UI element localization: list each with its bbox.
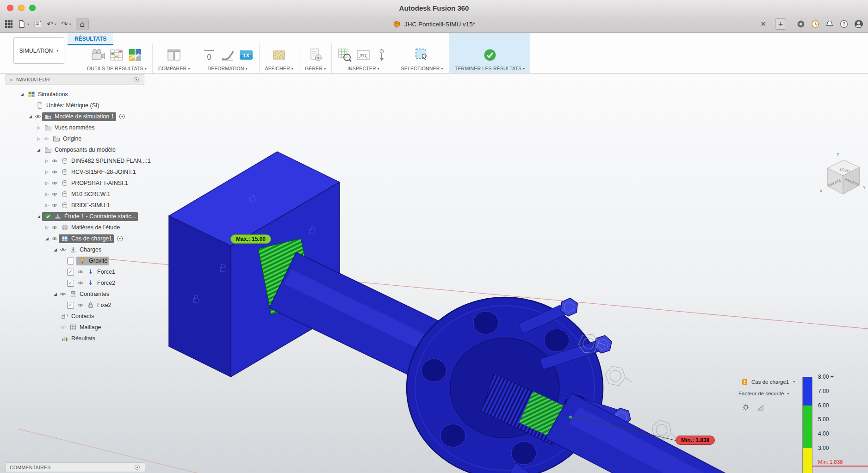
visibility-eye-icon[interactable] (50, 224, 59, 232)
ribbon-group-label[interactable]: OUTILS DE RÉSULTATS▾ (87, 66, 147, 71)
expand-arrow-icon[interactable]: ▷ (43, 159, 50, 163)
tree-item-charges[interactable]: ◢Charges (6, 244, 164, 255)
expand-arrow-icon[interactable]: ▷ (43, 181, 50, 185)
minimize-window-button[interactable] (18, 5, 25, 11)
tree-item-contacts[interactable]: Contacts (6, 311, 164, 322)
tree-item-mati-res-de-l-tude[interactable]: ▷Matières de l'étude (6, 222, 164, 233)
collapse-arrow-icon[interactable]: ◢ (35, 214, 42, 219)
ribbon-group-label[interactable]: DÉFORMATION▾ (207, 66, 247, 71)
panel-options-icon[interactable] (132, 76, 140, 84)
checkbox[interactable] (67, 258, 74, 264)
notifications-icon[interactable] (825, 20, 834, 28)
visibility-eye-icon[interactable] (50, 157, 59, 165)
panel-options-icon[interactable] (133, 463, 141, 471)
tree-item-tude-1-contrainte-static[interactable]: ◢Étude 1 - Contrainte static... (6, 211, 164, 222)
scale-1x-icon[interactable]: 1X (239, 48, 254, 62)
ribbon-group-d-formation[interactable]: 01X DÉFORMATION▾ (196, 43, 260, 73)
checkbox[interactable]: ✓ (67, 280, 74, 287)
extensions-icon[interactable] (797, 20, 805, 28)
ribbon-group-g-rer[interactable]: GÉRER▾ (299, 43, 332, 73)
visibility-eye-off-icon[interactable] (42, 135, 50, 143)
inspect-icon[interactable] (337, 48, 352, 62)
measure-xyz-icon[interactable]: xyz (356, 48, 371, 62)
visibility-eye-off-icon[interactable] (59, 324, 67, 332)
visibility-eye-icon[interactable] (50, 179, 59, 187)
legend-settings-gear-icon[interactable] (742, 404, 750, 412)
view-cube[interactable]: Z HAUT DROITE ARRIÈRE X Y (818, 151, 868, 201)
select-icon[interactable] (415, 48, 429, 62)
ribbon-group-label[interactable]: COMPARER▾ (158, 66, 190, 71)
save-icon[interactable] (34, 20, 42, 28)
tree-item-maillage[interactable]: Maillage (6, 322, 164, 333)
animation-icon[interactable] (91, 48, 105, 62)
apps-grid-icon[interactable] (5, 20, 13, 28)
display-icon[interactable] (272, 48, 286, 62)
ribbon-group-terminer-les-r-sultats[interactable]: TERMINER LES RÉSULTATS▾ (449, 32, 531, 73)
collapse-panel-icon[interactable]: « (10, 77, 13, 83)
tree-item-force1[interactable]: ✓Force1 (6, 266, 164, 277)
collapse-arrow-icon[interactable]: ◢ (52, 292, 59, 296)
visibility-eye-icon[interactable] (34, 113, 42, 121)
results-table-icon[interactable] (109, 48, 124, 62)
visibility-eye-icon[interactable] (76, 279, 85, 287)
tree-item-composants-du-mod-le[interactable]: ◢Composants du modèle (6, 144, 164, 155)
visibility-eye-icon[interactable] (76, 301, 85, 309)
ribbon-group-label[interactable]: AFFICHER▾ (265, 66, 293, 71)
visibility-eye-icon[interactable] (50, 235, 59, 243)
avatar-icon[interactable] (854, 19, 863, 29)
results-charts-icon[interactable] (128, 48, 143, 62)
checkbox[interactable]: ✓ (67, 269, 74, 276)
expand-arrow-icon[interactable]: ▷ (35, 136, 42, 141)
expand-arrow-icon[interactable]: ▷ (43, 192, 50, 197)
file-menu-icon[interactable]: ▾ (18, 20, 29, 28)
collapse-arrow-icon[interactable]: ◢ (19, 92, 25, 97)
collapse-arrow-icon[interactable]: ◢ (43, 236, 50, 241)
collapse-arrow-icon[interactable]: ◢ (52, 247, 59, 252)
collapse-arrow-icon[interactable]: ◢ (27, 114, 34, 119)
tree-item-cas-de-charge1[interactable]: ◢Cas de charge1 (6, 233, 164, 244)
expand-arrow-icon[interactable]: ▷ (43, 225, 50, 230)
workspace-selector[interactable]: SIMULATION ▾ (13, 37, 64, 64)
expand-arrow-icon[interactable]: ▷ (43, 203, 50, 208)
visibility-eye-icon[interactable] (59, 246, 67, 254)
tree-item-mod-le-de-simulation-1[interactable]: ◢Modèle de simulation 1 (6, 111, 164, 122)
comments-panel[interactable]: COMMENTAIRES (6, 462, 145, 472)
tree-item-contraintes[interactable]: ◢Contraintes (6, 289, 164, 300)
tree-item-rcv-si15rf-28-joint-1[interactable]: ▷RCV-SI15RF-28-JOINT:1 (6, 166, 164, 178)
redo-icon[interactable]: ↷▾ (61, 20, 71, 28)
manage-icon[interactable] (308, 48, 323, 62)
add-tab-icon[interactable]: + (775, 18, 786, 30)
tree-item-unit-s-m-trique-si[interactable]: Unités: Métrique (SI) (6, 100, 164, 111)
expand-arrow-icon[interactable]: ▷ (43, 170, 50, 174)
deformation-icon[interactable] (220, 48, 235, 62)
ribbon-group-inspecter[interactable]: xyz INSPECTER▾ (332, 43, 395, 73)
job-status-icon[interactable] (811, 20, 819, 28)
visibility-eye-icon[interactable] (50, 168, 59, 176)
tree-item-r-sultats[interactable]: Résultats (6, 333, 164, 344)
tree-item-gravit[interactable]: Gravité (6, 255, 164, 266)
ribbon-group-comparer[interactable]: COMPARER▾ (153, 43, 196, 73)
visibility-eye-icon[interactable] (76, 268, 85, 276)
target-icon[interactable] (118, 113, 126, 120)
tree-item-din5482-splinned-flan-1[interactable]: ▷DIN5482 SPLINNED FLAN...:1 (6, 155, 164, 166)
close-doc-icon[interactable]: ✕ (760, 20, 769, 28)
ribbon-group-label[interactable]: SÉLECTIONNER▾ (401, 66, 443, 71)
help-icon[interactable]: ? (840, 20, 848, 28)
navigator-header[interactable]: « NAVIGATEUR (6, 74, 144, 85)
ribbon-group-s-lectionner[interactable]: SÉLECTIONNER▾ (395, 43, 449, 73)
ribbon-group-label[interactable]: TERMINER LES RÉSULTATS▾ (455, 66, 525, 71)
tree-item-m10-screw-1[interactable]: ▷M10 SCREW:1 (6, 189, 164, 200)
collapse-arrow-icon[interactable]: ◢ (35, 147, 42, 152)
close-window-button[interactable] (7, 5, 13, 11)
scale-zero-icon[interactable]: 0 (202, 48, 217, 62)
ribbon-group-label[interactable]: GÉRER▾ (305, 66, 326, 71)
load-case-dropdown[interactable]: Cas de charge1 (751, 379, 789, 385)
zoom-window-button[interactable] (29, 5, 36, 11)
compare-icon[interactable] (167, 48, 181, 62)
visibility-eye-icon[interactable] (50, 202, 59, 209)
tree-item-propshaft-ainsi-1[interactable]: ▷PROPSHAFT-AINSI:1 (6, 178, 164, 189)
target-icon[interactable] (116, 235, 124, 242)
tree-item-origine[interactable]: ▷Origine (6, 133, 164, 144)
tree-item-bride-simu-1[interactable]: ▷BRIDE-SIMU:1 (6, 200, 164, 211)
tree-item-fixe2[interactable]: ✓Fixe2 (6, 300, 164, 311)
